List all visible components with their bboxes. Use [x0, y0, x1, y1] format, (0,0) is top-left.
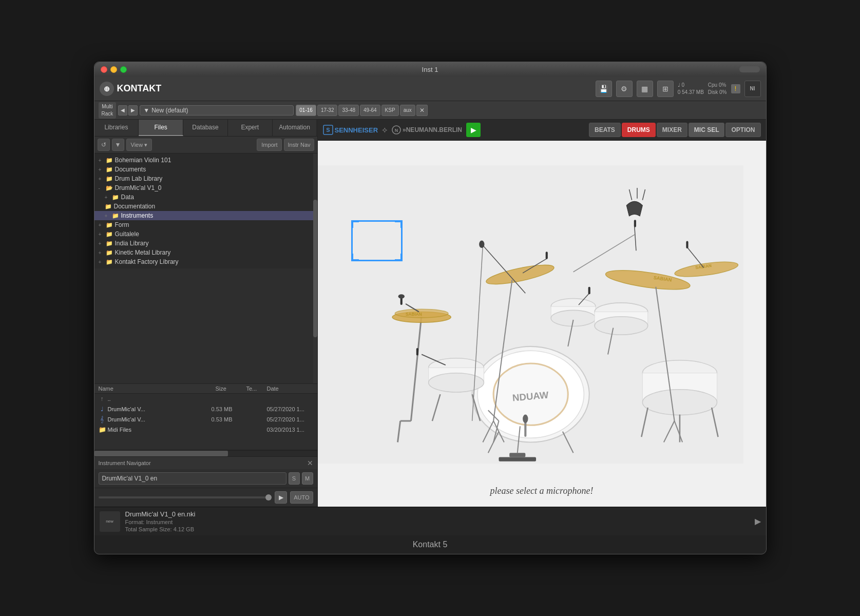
tree-item-form[interactable]: + 📁 Form [94, 220, 317, 229]
folder-icon: 📁 [105, 203, 112, 210]
window-resize-handle[interactable] [739, 66, 760, 72]
bottom-title: Kontakt 5 [413, 540, 448, 549]
tab-database[interactable]: Database [183, 120, 228, 136]
instrument-nav-input[interactable] [99, 472, 286, 485]
tab-automation[interactable]: Automation [273, 120, 317, 136]
instrument-nav-close[interactable]: ✕ [307, 459, 313, 467]
tree-item-bohemian[interactable]: + 📁 Bohemian Violin 101 [94, 156, 317, 165]
list-scrollbar[interactable] [94, 450, 317, 456]
minimize-button[interactable] [110, 66, 117, 73]
dropdown-button[interactable]: ▼ [112, 139, 124, 151]
file-item-up[interactable]: ↑ .. [94, 394, 317, 404]
view1-button[interactable]: ▦ [637, 81, 653, 97]
cpu-stat: Cpu 0% [708, 82, 727, 89]
tab-expert[interactable]: Expert [228, 120, 273, 136]
status-expand-arrow[interactable]: ▶ [755, 516, 761, 526]
right-panel: S SENNHEISER ⟡ N »NEUMANN.BERLIN ▶ [318, 120, 766, 507]
tree-item-kontakt-factory[interactable]: + 📁 Kontakt Factory Library [94, 257, 317, 266]
svg-rect-62 [686, 241, 688, 249]
rack-preset-name: New (default) [151, 107, 188, 114]
expand-icon: - [99, 185, 104, 191]
file-item-name: DrumMic'al V... [108, 416, 209, 422]
view2-button[interactable]: ⊞ [657, 81, 674, 97]
svg-point-32 [595, 317, 648, 335]
rack-tab-49-64[interactable]: 49-64 [360, 105, 380, 116]
col-date: Date [267, 386, 313, 392]
window-title: Inst 1 [422, 66, 438, 73]
rack-preset-selector[interactable]: ▼ New (default) [140, 105, 294, 116]
file-item-name: DrumMic'al V... [108, 406, 209, 412]
sennheiser-logo: S SENNHEISER [323, 125, 378, 135]
import-button[interactable]: Import [257, 139, 282, 151]
tree-item-india[interactable]: + 📁 India Library [94, 239, 317, 248]
disk-stat: Disk 0% [708, 89, 727, 96]
rack-tab-17-32[interactable]: 17-32 [317, 105, 338, 116]
tree-item-drum-lab[interactable]: + 📁 Drum Lab Library [94, 174, 317, 183]
view-button[interactable]: View ▾ [126, 139, 152, 151]
rack-tab-ksp[interactable]: KSP [381, 105, 399, 116]
refresh-button[interactable]: ↺ [98, 139, 110, 151]
transport-auto-button[interactable]: AUTO [290, 491, 313, 504]
mode-drums-button[interactable]: DRUMS [622, 123, 656, 137]
settings-button[interactable]: ⚙ [616, 81, 633, 97]
folder-icon: 📁 [106, 240, 113, 247]
rack-tab-aux[interactable]: aux [400, 105, 415, 116]
svg-text:SABIAN: SABIAN [406, 312, 422, 317]
tab-files[interactable]: Files [139, 120, 183, 136]
status-info: DrumMic'al V1_0 en.nki Format: Instrumen… [125, 510, 196, 532]
close-button[interactable] [101, 66, 107, 73]
brand-separator: ⟡ [382, 125, 388, 134]
tree-item-label: Instruments [121, 212, 154, 219]
svg-point-36 [642, 390, 717, 415]
file-item-date: 03/20/2013 1... [267, 427, 313, 433]
mode-beats-button[interactable]: BEATS [589, 123, 621, 137]
tree-item-instruments[interactable]: + 📁 Instruments [94, 211, 317, 220]
tree-item-data[interactable]: + 📁 Data [94, 192, 317, 202]
tree-item-kinetic[interactable]: + 📁 Kinetic Metal Library [94, 248, 317, 257]
warning-button[interactable]: ! [731, 84, 740, 93]
tree-item-label: Kontakt Factory Library [115, 258, 179, 265]
rack-tab-33-48[interactable]: 33-48 [338, 105, 359, 116]
mode-mixer-button[interactable]: MIXER [657, 123, 687, 137]
maximize-button[interactable] [120, 66, 127, 73]
sennheiser-text: SENNHEISER [335, 126, 378, 134]
instr-nav-button[interactable]: Instr Nav [284, 139, 314, 151]
tree-item-documents[interactable]: + 📁 Documents [94, 165, 317, 174]
file-list-header: Name Size Te... Date [94, 384, 317, 394]
status-icon: new [100, 511, 120, 532]
folder-icon: 📁 [106, 157, 113, 164]
status-filename: DrumMic'al V1_0 en.nki [125, 510, 196, 518]
status-bar: new DrumMic'al V1_0 en.nki Format: Instr… [94, 507, 766, 535]
col-type: Te... [246, 386, 267, 392]
tab-libraries[interactable]: Libraries [94, 120, 139, 136]
instrument-nav-m-button[interactable]: M [302, 472, 313, 485]
file-item-2[interactable]: 𝄞 DrumMic'al V... 0.53 MB 05/27/2020 1..… [94, 414, 317, 425]
tree-item-drummic[interactable]: - 📂 DrumMic'al V1_0 [94, 183, 317, 192]
transport-slider[interactable] [99, 496, 272, 498]
tree-item-documentation[interactable]: 📁 Documentation [94, 202, 317, 211]
file-item-midi[interactable]: 📁 Midi Files 03/20/2013 1... [94, 425, 317, 435]
svg-point-57 [479, 241, 484, 248]
rack-nav-buttons: ◀ ▶ [118, 105, 138, 116]
mode-mic-sel-button[interactable]: MIC SEL [689, 123, 725, 137]
file-item-1[interactable]: ♩ DrumMic'al V... 0.53 MB 05/27/2020 1..… [94, 404, 317, 414]
rack-expand-button[interactable]: ✕ [416, 105, 428, 116]
tree-scrollbar[interactable] [313, 153, 317, 383]
sennheiser-icon: S [323, 125, 333, 135]
tree-item-label: India Library [115, 240, 149, 247]
save-button[interactable]: 💾 [596, 81, 612, 97]
tree-item-label: Form [115, 221, 129, 228]
tree-item-guitalele[interactable]: + 📁 Guitalele [94, 229, 317, 239]
folder-icon: 📁 [112, 194, 119, 201]
ni-button[interactable]: NI [744, 81, 761, 97]
rack-nav-prev[interactable]: ◀ [118, 105, 127, 116]
instrument-play-button[interactable]: ▶ [466, 123, 481, 137]
rack-nav-next[interactable]: ▶ [128, 105, 138, 116]
mode-option-button[interactable]: OPTION [725, 123, 760, 137]
tree-scroll-thumb [313, 200, 317, 338]
transport-slider-thumb [265, 494, 272, 500]
rack-tab-01-16[interactable]: 01-16 [296, 105, 316, 116]
transport-play-button[interactable]: ▶ [275, 491, 287, 504]
instrument-nav-s-button[interactable]: S [289, 472, 300, 485]
expand-icon: + [99, 158, 104, 163]
